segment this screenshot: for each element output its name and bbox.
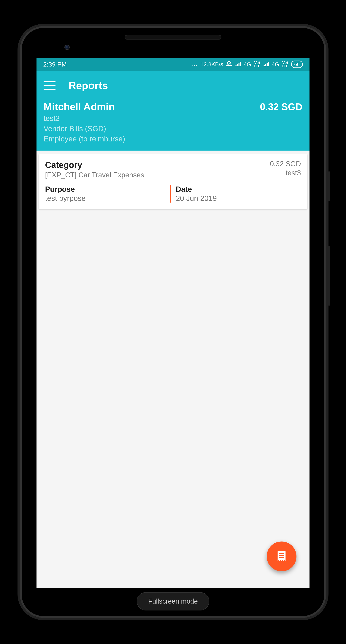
dnd-mute-icon [226, 61, 232, 68]
expense-card[interactable]: Category [EXP_CT] Car Travel Expenses 0.… [39, 154, 307, 209]
header-paidby: Employee (to reimburse) [43, 135, 303, 143]
purpose-label: Purpose [45, 185, 170, 194]
status-bar: 2:39 PM ... 12.8KB/s 4G Vo) LTE [36, 58, 310, 71]
total-amount: 0.32 SGD [260, 101, 303, 112]
net1-type: 4G [244, 61, 251, 68]
header-journal: Vendor Bills (SGD) [43, 124, 303, 133]
header-ref: test3 [43, 114, 303, 122]
purpose-value: test pyrpose [45, 194, 170, 202]
more-dots-icon: ... [192, 61, 198, 68]
fullscreen-mode-button[interactable]: Fullscreen mode [137, 592, 209, 610]
expense-ref: test3 [270, 169, 301, 177]
receipt-icon [276, 550, 288, 563]
volume-button[interactable] [328, 246, 330, 306]
page-title: Reports [68, 80, 108, 92]
signal-bars-2-icon [263, 61, 269, 67]
category-value: [EXP_CT] Car Travel Expenses [45, 171, 144, 179]
volte-2-icon: Vo) LTE [282, 61, 289, 68]
status-right: ... 12.8KB/s 4G Vo) LTE [192, 60, 303, 68]
screen: 2:39 PM ... 12.8KB/s 4G Vo) LTE [36, 58, 310, 588]
app-bar: Reports [36, 71, 310, 97]
hamburger-icon [43, 81, 55, 82]
report-header: Mitchell Admin 0.32 SGD test3 Vendor Bil… [36, 97, 310, 150]
add-expense-fab[interactable] [267, 542, 297, 571]
fullscreen-mode-label: Fullscreen mode [148, 598, 198, 605]
front-camera [64, 45, 70, 50]
phone-speaker [125, 35, 221, 40]
menu-button[interactable] [43, 81, 55, 90]
volte-2-bot: LTE [282, 64, 289, 68]
content-area: Category [EXP_CT] Car Travel Expenses 0.… [36, 150, 310, 209]
phone-frame: 2:39 PM ... 12.8KB/s 4G Vo) LTE [17, 24, 329, 620]
status-time: 2:39 PM [43, 61, 67, 68]
data-rate: 12.8KB/s [201, 61, 223, 68]
power-button[interactable] [328, 172, 330, 201]
volte-1-icon: Vo) LTE [254, 61, 260, 68]
volte-1-bot: LTE [254, 64, 260, 68]
category-label: Category [45, 160, 144, 170]
date-value: 20 Jun 2019 [176, 194, 301, 202]
expense-amount: 0.32 SGD [270, 160, 301, 168]
battery-level: 66 [294, 62, 300, 67]
employee-name: Mitchell Admin [43, 101, 115, 112]
signal-bars-1-icon [235, 61, 241, 67]
net2-type: 4G [272, 61, 279, 68]
date-label: Date [176, 185, 301, 194]
battery-indicator: 66 [291, 60, 303, 68]
